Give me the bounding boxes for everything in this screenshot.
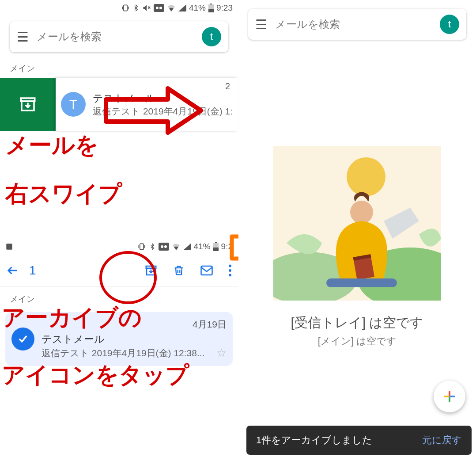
annotation-tap-2: アイコンをタップ bbox=[2, 362, 189, 388]
snackbar-message: 1件をアーカイブしました bbox=[256, 434, 372, 447]
archive-action-icon[interactable] bbox=[144, 264, 158, 277]
owl-icon bbox=[154, 4, 164, 12]
search-bar[interactable]: ☰ メールを検索 t bbox=[10, 21, 228, 52]
screenshot-icon bbox=[5, 243, 13, 251]
svg-rect-9 bbox=[6, 244, 12, 250]
empty-inbox-illustration bbox=[273, 146, 441, 301]
account-avatar-2[interactable]: t bbox=[440, 15, 459, 34]
clock-time: 9:23 bbox=[216, 3, 233, 13]
search-placeholder-2: メールを検索 bbox=[275, 17, 440, 31]
search-bar-2[interactable]: ☰ メールを検索 t bbox=[248, 9, 466, 40]
svg-point-3 bbox=[159, 7, 162, 9]
svg-rect-0 bbox=[124, 5, 127, 11]
battery-icon bbox=[213, 242, 219, 251]
svg-rect-30 bbox=[326, 278, 397, 287]
svg-rect-15 bbox=[213, 248, 219, 251]
empty-inbox-subtitle: [メイン] は空です bbox=[318, 335, 397, 348]
star-icon[interactable]: ☆ bbox=[216, 346, 227, 360]
svg-point-13 bbox=[164, 245, 167, 248]
mail-snippet-2: 返信テスト 2019年4月19日(金) 12:38... bbox=[42, 347, 204, 359]
selection-action-bar: 1 bbox=[0, 255, 238, 286]
mail-card[interactable]: T テストメール 返信テスト 2019年4月19日(金) 1: 2 bbox=[56, 78, 238, 131]
svg-rect-1 bbox=[154, 4, 164, 12]
bluetooth-icon bbox=[149, 242, 156, 251]
mail-subject-2: テストメール bbox=[42, 332, 227, 346]
archive-icon bbox=[19, 95, 37, 114]
svg-point-22 bbox=[229, 274, 231, 276]
snackbar: 1件をアーカイブしました 元に戻す bbox=[246, 426, 472, 455]
selected-check-icon[interactable] bbox=[11, 328, 34, 351]
mail-snippet: 返信テスト 2019年4月19日(金) 1: bbox=[93, 105, 233, 118]
empty-inbox-title: [受信トレイ] は空です bbox=[291, 314, 423, 332]
svg-point-20 bbox=[229, 264, 231, 267]
wifi-icon bbox=[172, 243, 181, 250]
annotation-swipe-2: 右スワイプ bbox=[5, 181, 122, 206]
swipe-archive-bg bbox=[0, 78, 56, 131]
mark-unread-icon[interactable] bbox=[200, 265, 213, 276]
selection-count: 1 bbox=[29, 263, 36, 278]
svg-rect-16 bbox=[215, 242, 217, 243]
signal-icon bbox=[178, 4, 186, 11]
back-icon[interactable] bbox=[6, 264, 19, 277]
section-label-main: メイン bbox=[0, 52, 238, 78]
svg-point-21 bbox=[229, 269, 231, 272]
bluetooth-icon bbox=[132, 4, 140, 12]
mail-row-swiping[interactable]: T テストメール 返信テスト 2019年4月19日(金) 1: 2 bbox=[0, 78, 238, 131]
svg-point-12 bbox=[161, 245, 163, 248]
vibrate-icon bbox=[121, 4, 130, 12]
mail-thread-count: 2 bbox=[225, 81, 230, 91]
svg-rect-10 bbox=[140, 244, 143, 249]
battery-icon bbox=[208, 4, 214, 12]
svg-point-24 bbox=[347, 157, 385, 196]
mute-icon bbox=[142, 4, 151, 12]
more-icon[interactable] bbox=[228, 264, 232, 277]
delete-icon[interactable] bbox=[173, 264, 185, 277]
svg-point-27 bbox=[350, 201, 373, 224]
menu-icon[interactable]: ☰ bbox=[255, 17, 267, 32]
vibrate-icon bbox=[137, 242, 146, 251]
sender-avatar: T bbox=[61, 92, 86, 117]
compose-fab[interactable] bbox=[434, 381, 465, 412]
mail-subject: テストメール bbox=[93, 91, 233, 105]
annotation-swipe-1: メールを bbox=[5, 133, 98, 158]
battery-percent: 41% bbox=[189, 3, 206, 13]
svg-rect-19 bbox=[201, 266, 212, 275]
battery-percent: 41% bbox=[194, 242, 211, 251]
svg-point-2 bbox=[156, 7, 159, 9]
status-bar: 41% 9:23 bbox=[0, 0, 238, 16]
plus-icon bbox=[442, 389, 457, 404]
wifi-icon bbox=[167, 4, 176, 11]
status-bar-2: 41% 9:2 bbox=[0, 239, 238, 255]
account-avatar[interactable]: t bbox=[202, 27, 221, 46]
menu-icon[interactable]: ☰ bbox=[17, 29, 29, 45]
svg-rect-5 bbox=[208, 9, 214, 12]
owl-icon bbox=[159, 243, 169, 251]
clock-time-2: 9:2 bbox=[221, 242, 233, 251]
svg-rect-11 bbox=[159, 243, 169, 251]
svg-rect-6 bbox=[210, 4, 212, 4]
search-placeholder: メールを検索 bbox=[37, 30, 202, 44]
undo-button[interactable]: 元に戻す bbox=[422, 434, 462, 447]
annotation-tap-1: アーカイブの bbox=[2, 305, 142, 330]
signal-icon bbox=[183, 243, 191, 250]
